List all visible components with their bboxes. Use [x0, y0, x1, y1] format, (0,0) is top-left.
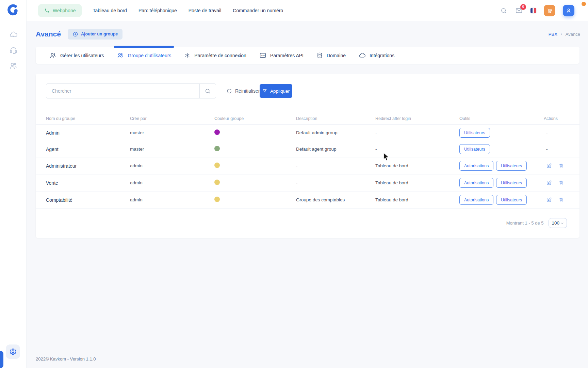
group-name: Vente: [46, 180, 130, 186]
account-button[interactable]: [563, 5, 574, 16]
phone-icon: [44, 8, 50, 13]
col-header-cree-par: Créé par: [130, 116, 214, 121]
search-input[interactable]: [46, 84, 199, 98]
side-widget-handle[interactable]: [0, 351, 3, 368]
language-flag-fr[interactable]: [530, 8, 536, 13]
table-header-row: Nom du groupe Créé par Couleur groupe De…: [36, 112, 579, 125]
group-color-dot: [214, 163, 220, 168]
tab-parametre-de-connexion[interactable]: Paramètre de connexion: [184, 47, 246, 64]
created-by: admin: [130, 163, 214, 168]
tabs-bar: Gérer les utilisateurs Groupe d'utilisat…: [36, 47, 579, 64]
group-name: Agent: [46, 147, 130, 152]
tab-label: Domaine: [327, 53, 346, 58]
group-name: Admin: [46, 130, 130, 136]
notification-dot: [582, 2, 586, 6]
created-by: admin: [130, 180, 214, 185]
pagination-summary: Montrant 1 - 5 de 5: [506, 220, 544, 226]
table-row: Admin master Default admin group - Utili…: [36, 125, 579, 141]
delete-icon[interactable]: [558, 180, 564, 186]
webphone-button[interactable]: Webphone: [38, 4, 82, 17]
tools-cell: Autorisations Utilisateurs: [459, 195, 544, 205]
database-icon: [316, 52, 323, 59]
edit-icon[interactable]: [546, 180, 552, 186]
add-group-button[interactable]: Ajouter un groupe: [68, 29, 122, 40]
flag-red-stripe: [534, 8, 536, 13]
breadcrumb: PBX › Avancé: [549, 32, 580, 37]
mail-badge: 5: [520, 4, 526, 10]
edit-icon[interactable]: [546, 163, 552, 169]
chevron-down-icon: [560, 221, 564, 225]
col-header-couleur: Couleur groupe: [214, 116, 296, 121]
nav-parc-telephonique[interactable]: Parc téléphonique: [138, 8, 177, 13]
groups-panel: Réinitialiser Appliquer Nom du groupe Cr…: [36, 74, 579, 238]
created-by: master: [130, 147, 214, 152]
tab-domaine[interactable]: Domaine: [316, 47, 346, 64]
breadcrumb-parent[interactable]: PBX: [549, 32, 557, 37]
autorisations-button[interactable]: Autorisations: [459, 195, 493, 205]
utilisateurs-button[interactable]: Utilisateurs: [496, 178, 527, 188]
tab-label: Gérer les utilisateurs: [60, 53, 104, 58]
group-color-dot: [214, 180, 220, 185]
delete-icon[interactable]: [558, 163, 564, 169]
settings-gear-button[interactable]: [6, 344, 20, 359]
nav-poste-de-travail[interactable]: Poste de travail: [189, 8, 222, 13]
autorisations-button[interactable]: Autorisations: [459, 178, 493, 188]
groups-table: Nom du groupe Créé par Couleur groupe De…: [36, 112, 579, 209]
main-nav: Tableau de bord Parc téléphonique Poste …: [93, 8, 283, 13]
tab-integrations[interactable]: Intégrations: [359, 47, 394, 64]
utilisateurs-button[interactable]: Utilisateurs: [459, 144, 490, 154]
group-color-dot: [214, 146, 220, 151]
breadcrumb-current: Avancé: [566, 32, 580, 37]
group-description: -: [296, 180, 375, 185]
page-header: Avancé Ajouter un groupe PBX › Avancé: [36, 28, 580, 40]
shop-cart-button[interactable]: [544, 5, 555, 16]
autorisations-button[interactable]: Autorisations: [459, 161, 493, 171]
navbar-actions: 5: [500, 5, 588, 16]
tab-label: Paramètre de connexion: [194, 53, 246, 58]
utilisateurs-button[interactable]: Utilisateurs: [459, 128, 490, 138]
search-icon: [205, 88, 211, 94]
tab-groupe-dutilisateurs[interactable]: Groupe d'utilisateurs: [117, 47, 171, 64]
group-name: Comptabilité: [46, 197, 130, 203]
redirect-after-login: Tableau de bord: [375, 163, 459, 168]
tab-label: Groupe d'utilisateurs: [128, 53, 171, 58]
reset-filters-button[interactable]: Réinitialiser: [226, 83, 260, 98]
mail-button[interactable]: 5: [515, 7, 523, 14]
users-icon[interactable]: [9, 61, 18, 70]
group-name: Administrateur: [46, 163, 130, 169]
nav-commander-un-numero[interactable]: Commander un numéro: [233, 8, 283, 13]
gear-icon: [9, 348, 17, 355]
actions-cell: -: [544, 147, 579, 152]
tab-gerer-les-utilisateurs[interactable]: Gérer les utilisateurs: [49, 47, 104, 64]
search-submit-button[interactable]: [199, 84, 216, 98]
edit-icon[interactable]: [546, 197, 552, 203]
utilisateurs-button[interactable]: Utilisateurs: [496, 161, 527, 171]
sidebar: [0, 0, 27, 368]
col-header-description: Description: [296, 116, 375, 121]
page-size-select[interactable]: 100: [549, 218, 567, 228]
apply-filters-button[interactable]: Appliquer: [260, 84, 292, 98]
utilisateurs-button[interactable]: Utilisateurs: [496, 195, 527, 205]
headset-icon[interactable]: [9, 46, 18, 55]
table-row: Administrateur admin - Tableau de bord A…: [36, 157, 579, 174]
actions-cell: [544, 163, 579, 169]
tools-cell: Utilisateurs: [459, 128, 544, 138]
svg-text:API: API: [261, 54, 264, 57]
page-size-value: 100: [552, 220, 559, 226]
asterisk-icon: [184, 52, 191, 59]
col-header-outils: Outils: [459, 116, 544, 121]
group-color-dot: [214, 129, 220, 135]
tools-cell: Autorisations Utilisateurs: [459, 161, 544, 171]
nav-tableau-de-bord[interactable]: Tableau de bord: [93, 8, 127, 13]
tab-parametres-api[interactable]: API Paramètres API: [259, 47, 304, 64]
redirect-after-login: Tableau de bord: [375, 180, 459, 185]
search-icon[interactable]: [500, 7, 507, 14]
group-color-dot: [214, 197, 220, 202]
kavkom-logo[interactable]: [0, 0, 27, 21]
cloud-pbx-icon[interactable]: [9, 30, 18, 39]
refresh-icon: [226, 88, 232, 94]
created-by: master: [130, 130, 214, 135]
actions-empty: -: [546, 130, 548, 135]
app-root: Webphone Tableau de bord Parc téléphoniq…: [0, 0, 588, 368]
delete-icon[interactable]: [558, 197, 564, 203]
